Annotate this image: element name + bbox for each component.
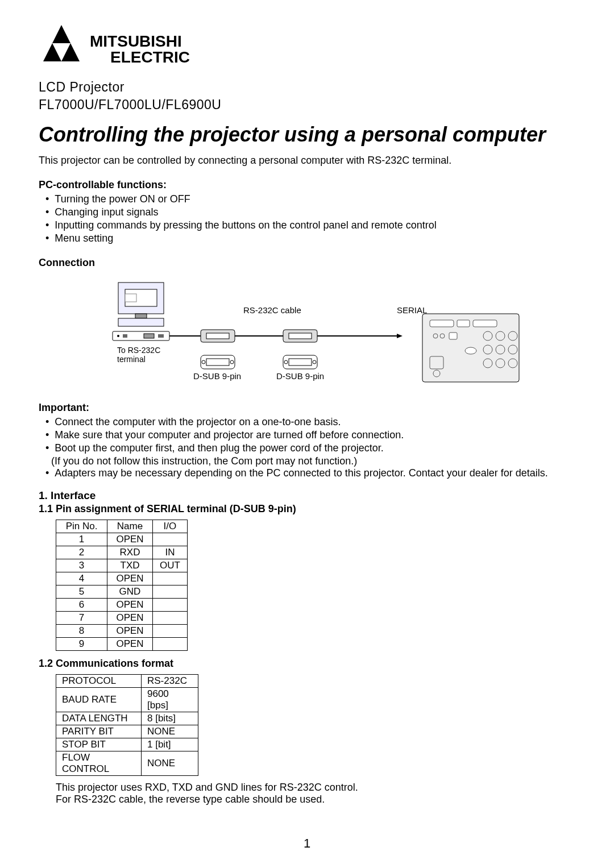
comm-format-table: PROTOCOLRS-232C BAUD RATE9600 [bps] DATA…	[56, 674, 198, 776]
table-row: DATA LENGTH8 [bits]	[56, 712, 198, 725]
list-item: Turning the power ON or OFF	[45, 193, 575, 205]
list-item: Changing input signals	[45, 206, 575, 218]
list-item: Menu setting	[45, 232, 575, 244]
svg-rect-29	[473, 320, 497, 327]
section-pc-functions-heading: PC-controllable functions:	[39, 179, 575, 191]
model-numbers: FL7000U/FL7000LU/FL6900U	[39, 97, 575, 113]
svg-point-33	[465, 347, 476, 354]
table-header-row: Pin No. Name I/O	[56, 520, 188, 533]
product-type: LCD Projector	[39, 80, 575, 95]
col-header: Name	[107, 520, 153, 533]
table-row: 8OPEN	[56, 625, 188, 638]
brand-text-top: MITSUBISHI	[90, 32, 182, 50]
svg-rect-13	[125, 294, 136, 302]
svg-rect-46	[206, 359, 229, 366]
svg-rect-32	[449, 333, 457, 339]
table-row: 4OPEN	[56, 572, 188, 585]
table-row: 2RXDIN	[56, 546, 188, 559]
svg-rect-19	[144, 334, 154, 338]
list-item: Connect the computer with the projector …	[45, 416, 575, 428]
label-rs232c-cable: RS-232C cable	[243, 305, 301, 315]
connection-diagram: RS-232C cable SERIAL To RS-232C terminal…	[39, 277, 575, 393]
table-row: FLOW CONTROLNONE	[56, 751, 198, 776]
brand-logo-area: MITSUBISHI ELECTRIC	[39, 23, 575, 74]
connection-diagram-svg: RS-232C cable SERIAL To RS-232C terminal…	[84, 277, 528, 391]
table-row: 7OPEN	[56, 612, 188, 625]
label-dsub9-left: D-SUB 9-pin	[193, 371, 241, 381]
table-row: 6OPEN	[56, 599, 188, 612]
svg-rect-50	[289, 359, 312, 366]
table-row: BAUD RATE9600 [bps]	[56, 688, 198, 712]
section-important-heading: Important:	[39, 402, 575, 414]
svg-point-17	[117, 335, 119, 337]
table-row: PROTOCOLRS-232C	[56, 675, 198, 688]
svg-rect-14	[135, 314, 147, 318]
svg-rect-18	[123, 334, 127, 338]
table-row: 5GND	[56, 585, 188, 599]
list-item: Make sure that your computer and project…	[45, 429, 575, 441]
brand-text-bottom: ELECTRIC	[110, 48, 190, 66]
section-connection-heading: Connection	[39, 257, 575, 269]
svg-rect-24	[289, 333, 312, 339]
col-header: Pin No.	[56, 520, 107, 533]
important-subnote: (If you do not follow this instruction, …	[39, 455, 575, 467]
important-list-cont: Adapters may be necessary depending on t…	[39, 467, 575, 479]
section-interface-heading: 1. Interface	[39, 489, 575, 502]
table-row: 1OPEN	[56, 533, 188, 546]
pin-assignment-table: Pin No. Name I/O 1OPEN 2RXDIN 3TXDOUT 4O…	[56, 520, 188, 651]
label-dsub9-right: D-SUB 9-pin	[276, 371, 324, 381]
list-item: Adapters may be necessary depending on t…	[45, 467, 575, 479]
svg-rect-28	[457, 320, 470, 327]
svg-rect-27	[430, 320, 454, 327]
svg-rect-20	[158, 334, 164, 338]
mitsubishi-logo: MITSUBISHI ELECTRIC	[39, 23, 204, 74]
comm-note-line2: For RS-232C cable, the reverse type cabl…	[56, 794, 575, 805]
comm-note-line1: This projector uses RXD, TXD and GND lin…	[56, 782, 575, 794]
col-header: I/O	[153, 520, 188, 533]
important-list: Connect the computer with the projector …	[39, 416, 575, 454]
label-serial: SERIAL	[397, 305, 427, 315]
table-row: STOP BIT1 [bit]	[56, 738, 198, 751]
section-1-2-heading: 1.2 Communications format	[39, 658, 575, 670]
table-row: PARITY BITNONE	[56, 725, 198, 738]
page-title: Controlling the projector using a person…	[39, 123, 575, 147]
pc-functions-list: Turning the power ON or OFF Changing inp…	[39, 193, 575, 244]
svg-marker-26	[397, 334, 403, 338]
svg-rect-15	[118, 318, 164, 326]
table-row: 9OPEN	[56, 638, 188, 651]
label-to-rs232c-l2: terminal	[117, 355, 146, 364]
intro-text: This projector can be controlled by conn…	[39, 155, 575, 167]
label-to-rs232c-l1: To RS-232C	[117, 346, 160, 355]
list-item: Inputting commands by pressing the butto…	[45, 219, 575, 231]
list-item: Boot up the computer first, and then plu…	[45, 442, 575, 454]
svg-rect-22	[206, 333, 229, 339]
section-1-1-heading: 1.1 Pin assignment of SERIAL terminal (D…	[39, 503, 575, 515]
table-row: 3TXDOUT	[56, 559, 188, 572]
page-number: 1	[304, 836, 310, 851]
